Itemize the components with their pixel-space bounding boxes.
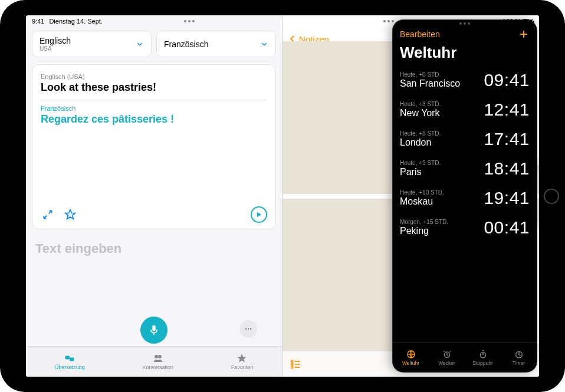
svg-point-9 bbox=[158, 355, 162, 358]
clock-tab-label: Weltuhr bbox=[402, 360, 419, 366]
clock-relative: Heute, +3 STD. bbox=[400, 101, 441, 107]
tab-favorites[interactable]: Favoriten bbox=[231, 353, 254, 370]
clock-time: 18:41 bbox=[484, 159, 530, 179]
source-language-label: Englisch (USA) bbox=[41, 73, 267, 80]
checklist-icon[interactable] bbox=[290, 358, 301, 370]
microphone-button[interactable] bbox=[140, 317, 167, 344]
tab-translation[interactable]: Übersetzung bbox=[55, 353, 85, 370]
clock-city: New York bbox=[400, 108, 441, 118]
clock-relative: Heute, +10 STD. bbox=[400, 189, 444, 196]
multitask-handle-icon[interactable] bbox=[383, 20, 394, 22]
svg-point-3 bbox=[245, 328, 247, 330]
chevron-down-icon bbox=[136, 40, 144, 48]
clock-time: 09:41 bbox=[484, 70, 530, 90]
clock-tabbar: Weltuhr Wecker Stoppuhr Timer bbox=[393, 342, 537, 372]
favorites-tab-icon bbox=[235, 353, 248, 364]
clock-tab-stopwatch[interactable]: Stoppuhr bbox=[465, 343, 501, 372]
clock-city: San Francisco bbox=[400, 78, 460, 89]
statusbar-left: 9:41 Dienstag 14. Sept. bbox=[26, 15, 282, 27]
chevron-down-icon bbox=[260, 40, 268, 48]
status-time: 9:41 bbox=[32, 18, 44, 25]
clock-title: Weltuhr bbox=[393, 42, 537, 65]
clock-relative: Heute, +9 STD. bbox=[400, 160, 441, 166]
svg-marker-10 bbox=[238, 354, 247, 363]
clock-time: 19:41 bbox=[484, 188, 530, 208]
svg-point-4 bbox=[248, 328, 249, 330]
target-language-selector[interactable]: Französisch bbox=[156, 31, 276, 57]
svg-marker-0 bbox=[65, 210, 75, 219]
clock-city: Moskau bbox=[400, 196, 444, 207]
card-divider bbox=[41, 100, 267, 100]
multitask-handle-icon[interactable] bbox=[184, 20, 195, 22]
world-clock-row[interactable]: Heute, +9 STD.Paris 18:41 bbox=[393, 154, 537, 183]
tab-conversation[interactable]: Konversation bbox=[142, 353, 173, 370]
source-language-selector[interactable]: Englisch USA bbox=[32, 31, 152, 57]
svg-rect-2 bbox=[153, 334, 155, 335]
svg-point-13 bbox=[291, 363, 293, 365]
source-language-name: Englisch bbox=[40, 36, 71, 45]
conversation-tab-icon bbox=[152, 353, 165, 364]
world-clock-row[interactable]: Heute, +8 STD.London 17:41 bbox=[393, 124, 537, 154]
more-options-button[interactable] bbox=[239, 320, 257, 338]
stopwatch-icon bbox=[478, 350, 488, 359]
notes-app-pane: 100 % Notizen bbox=[282, 15, 539, 377]
tab-label: Favoriten bbox=[231, 364, 254, 370]
world-clock-row[interactable]: Heute, +0 STD.San Francisco 09:41 bbox=[393, 65, 537, 95]
clock-tab-worldclock[interactable]: Weltuhr bbox=[393, 343, 429, 372]
target-language-name: Französisch bbox=[164, 39, 208, 49]
timer-icon bbox=[514, 350, 524, 359]
source-text: Look at these pastries! bbox=[41, 81, 267, 94]
tab-label: Übersetzung bbox=[55, 364, 85, 370]
translated-text: Regardez ces pâtisseries ! bbox=[41, 113, 267, 126]
clock-slideover: Bearbeiten Weltuhr Heute, +0 STD.San Fra… bbox=[393, 20, 537, 372]
home-button[interactable] bbox=[544, 189, 559, 204]
source-language-region: USA bbox=[40, 45, 71, 52]
status-date: Dienstag 14. Sept. bbox=[49, 18, 103, 25]
svg-rect-6 bbox=[65, 356, 70, 360]
globe-icon bbox=[406, 350, 416, 359]
text-input-area[interactable]: Text eingeben bbox=[26, 235, 282, 346]
svg-rect-7 bbox=[70, 358, 74, 361]
translate-app-pane: 9:41 Dienstag 14. Sept. Englisch USA bbox=[26, 15, 282, 377]
clock-edit-button[interactable]: Bearbeiten bbox=[400, 29, 440, 39]
input-placeholder: Text eingeben bbox=[35, 241, 272, 256]
svg-marker-1 bbox=[257, 212, 261, 217]
favorite-star-icon[interactable] bbox=[63, 207, 77, 222]
clock-relative: Heute, +0 STD. bbox=[400, 71, 460, 78]
slideover-handle[interactable] bbox=[393, 20, 537, 26]
svg-point-11 bbox=[291, 360, 293, 362]
clock-tab-label: Stoppuhr bbox=[472, 360, 493, 366]
world-clock-row[interactable]: Heute, +3 STD.New York 12:41 bbox=[393, 95, 537, 124]
world-clock-list[interactable]: Heute, +0 STD.San Francisco 09:41 Heute,… bbox=[393, 65, 537, 342]
clock-tab-label: Wecker bbox=[438, 360, 455, 366]
translation-tab-icon bbox=[63, 353, 76, 364]
clock-relative: Morgen, +15 STD. bbox=[400, 219, 448, 225]
clock-city: London bbox=[400, 137, 441, 148]
translate-tabbar: Übersetzung Konversation Favoriten bbox=[26, 346, 282, 377]
clock-time: 17:41 bbox=[484, 129, 530, 149]
clock-relative: Heute, +8 STD. bbox=[400, 130, 441, 137]
plus-icon bbox=[518, 28, 530, 40]
alarm-icon bbox=[442, 350, 452, 359]
clock-add-button[interactable] bbox=[518, 28, 530, 40]
clock-city: Paris bbox=[400, 167, 441, 177]
clock-tab-label: Timer bbox=[513, 360, 525, 366]
clock-tab-alarm[interactable]: Wecker bbox=[429, 343, 465, 372]
clock-tab-timer[interactable]: Timer bbox=[501, 343, 537, 372]
slideover-edge-handle[interactable] bbox=[534, 183, 537, 209]
world-clock-row[interactable]: Heute, +10 STD.Moskau 19:41 bbox=[393, 183, 537, 213]
svg-point-15 bbox=[291, 366, 293, 368]
tab-label: Konversation bbox=[142, 364, 173, 370]
expand-icon[interactable] bbox=[41, 207, 55, 222]
svg-point-8 bbox=[155, 355, 158, 358]
translation-card: Englisch (USA) Look at these pastries! F… bbox=[32, 64, 276, 229]
target-language-label: Französisch bbox=[41, 105, 267, 112]
clock-time: 12:41 bbox=[484, 100, 530, 120]
svg-point-5 bbox=[250, 328, 251, 330]
play-audio-button[interactable] bbox=[251, 206, 267, 223]
clock-city: Peking bbox=[400, 226, 448, 236]
world-clock-row[interactable]: Morgen, +15 STD.Peking 00:41 bbox=[393, 213, 537, 242]
clock-time: 00:41 bbox=[484, 218, 530, 238]
